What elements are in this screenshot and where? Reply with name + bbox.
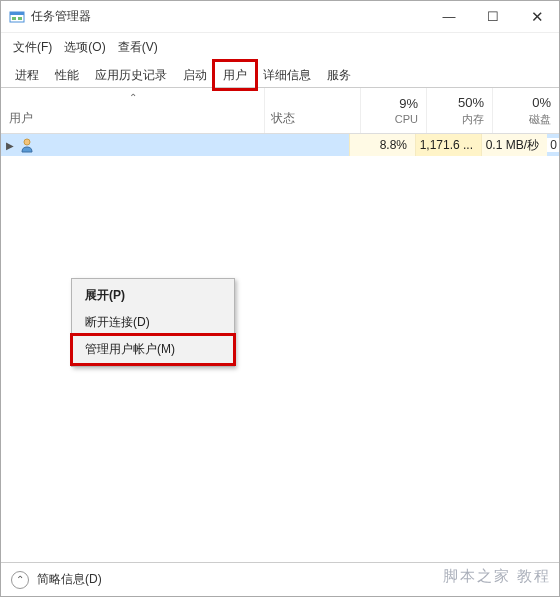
tab-performance[interactable]: 性能 [47,64,87,87]
svg-point-4 [24,139,30,145]
menu-view[interactable]: 查看(V) [114,37,162,58]
brief-info-icon[interactable]: ⌃ [11,571,29,589]
svg-rect-2 [12,17,16,20]
column-status-label: 状态 [271,110,295,127]
tab-app-history[interactable]: 应用历史记录 [87,64,175,87]
disk-usage-pct: 0% [532,95,551,110]
minimize-button[interactable]: — [427,1,471,32]
tab-processes[interactable]: 进程 [7,64,47,87]
mem-usage-pct: 50% [458,95,484,110]
menu-options[interactable]: 选项(O) [60,37,109,58]
ctx-disconnect[interactable]: 断开连接(D) [75,309,231,336]
brief-info-label[interactable]: 简略信息(D) [37,571,102,588]
column-status[interactable]: 状态 [265,88,361,133]
svg-rect-1 [10,12,24,15]
menu-file[interactable]: 文件(F) [9,37,56,58]
disk-label: 磁盘 [529,112,551,127]
disk-cell: 0.1 MB/秒 [481,134,547,156]
sort-indicator-icon: ⌃ [129,92,137,103]
app-icon [9,9,25,25]
tab-services[interactable]: 服务 [319,64,359,87]
maximize-button[interactable]: ☐ [471,1,515,32]
status-cell [253,134,349,156]
window-title: 任务管理器 [31,8,427,25]
tab-startup[interactable]: 启动 [175,64,215,87]
close-button[interactable]: ✕ [515,1,559,32]
expand-icon[interactable]: ▶ [1,140,15,151]
tab-users[interactable]: 用户 [215,64,255,87]
cpu-cell: 8.8% [349,134,415,156]
column-disk[interactable]: 0% 磁盘 [493,88,559,133]
column-user-label: 用户 [9,110,264,127]
menubar: 文件(F) 选项(O) 查看(V) [1,33,559,64]
svg-rect-3 [18,17,22,20]
cpu-label: CPU [395,113,418,125]
window-controls: — ☐ ✕ [427,1,559,32]
user-row[interactable]: ▶ 8.8% 1,171.6 ... 0.1 MB/秒 0 [1,134,559,156]
mem-cell: 1,171.6 ... [415,134,481,156]
users-table-body: ▶ 8.8% 1,171.6 ... 0.1 MB/秒 0 展开(P) 断开连接… [1,134,559,567]
titlebar: 任务管理器 — ☐ ✕ [1,1,559,33]
mem-label: 内存 [462,112,484,127]
tab-details[interactable]: 详细信息 [255,64,319,87]
tab-bar: 进程 性能 应用历史记录 启动 用户 详细信息 服务 [1,64,559,88]
cpu-usage-pct: 9% [399,96,418,111]
ctx-manage-account[interactable]: 管理用户帐户(M) [75,336,231,363]
column-memory[interactable]: 50% 内存 [427,88,493,133]
extra-cell: 0 [547,138,559,152]
column-user[interactable]: ⌃ 用户 [1,88,265,133]
column-headers: ⌃ 用户 状态 9% CPU 50% 内存 0% 磁盘 [1,88,559,134]
user-icon [19,137,35,153]
context-menu: 展开(P) 断开连接(D) 管理用户帐户(M) [71,278,235,367]
column-cpu[interactable]: 9% CPU [361,88,427,133]
ctx-expand[interactable]: 展开(P) [75,282,231,309]
footer: ⌃ 简略信息(D) [1,562,559,596]
